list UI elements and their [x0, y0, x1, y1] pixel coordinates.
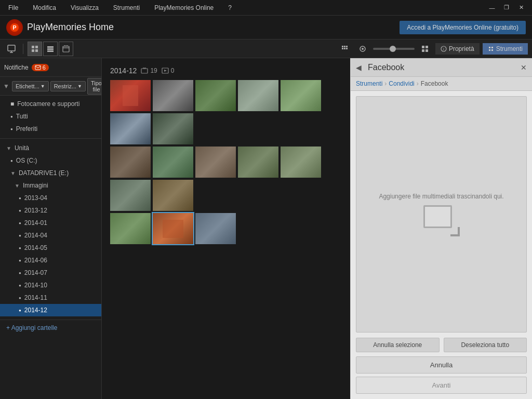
zoom-slider[interactable]: [373, 48, 415, 50]
photo-row: [110, 80, 342, 144]
photo-thumb[interactable]: [153, 213, 193, 244]
sidebar-item-2013-12[interactable]: ● 2013-12: [0, 204, 101, 217]
facebook-drop-area[interactable]: Aggiungere file multimediali trascinando…: [356, 96, 527, 332]
close-button[interactable]: ✕: [514, 3, 528, 13]
sidebar-item-favorites[interactable]: ● Preferiti: [0, 123, 101, 135]
sidebar-item-cameras[interactable]: ■ Fotocamere e supporti: [0, 98, 101, 110]
menu-visualizza[interactable]: Visualizza: [66, 2, 103, 14]
sidebar-item-osc[interactable]: ● OS (C:): [0, 154, 101, 167]
back-button[interactable]: ◀: [356, 63, 362, 72]
svg-rect-7: [32, 49, 34, 52]
photo-thumb[interactable]: [238, 147, 278, 178]
sidebar-item-label: 2014-11: [24, 294, 47, 301]
photo-thumb[interactable]: [153, 180, 193, 211]
photo-thumb[interactable]: [195, 80, 236, 111]
notifications-bar: Notifiche 6: [0, 58, 101, 77]
label-filter-button[interactable]: Etichett...▼: [12, 81, 49, 91]
grid-large-icon: [418, 42, 432, 56]
photo-thumb[interactable]: [110, 213, 151, 244]
grid-view-button[interactable]: [28, 42, 42, 56]
sidebar-item-all[interactable]: ● Tutti: [0, 110, 101, 123]
deselect-all-button[interactable]: Deseleziona tutto: [444, 338, 527, 352]
bullet-icon: ●: [19, 208, 21, 213]
photo-thumb[interactable]: [110, 113, 151, 144]
drop-icon: [423, 205, 460, 236]
sidebar-item-label: 2014-12: [24, 307, 47, 314]
svg-rect-26: [422, 49, 424, 52]
photo-thumb[interactable]: [110, 180, 151, 211]
sidebar-item-datadrive[interactable]: ▼ DATADRIVE1 (E:): [0, 167, 101, 179]
photo-thumb[interactable]: [110, 147, 151, 178]
all-filter-icon[interactable]: ▼: [2, 83, 10, 90]
facebook-panel: ◀ Facebook ✕ Strumenti › Condividi › Fac…: [350, 58, 532, 399]
online-access-button[interactable]: Accedi a PlayMemories Online (gratuito): [400, 21, 526, 34]
sidebar-item-2014-12[interactable]: ● 2014-12: [0, 304, 101, 316]
svg-rect-35: [141, 69, 148, 73]
properties-button[interactable]: i Proprietà: [435, 43, 480, 55]
menu-modifica[interactable]: Modifica: [29, 2, 60, 14]
menu-file[interactable]: File: [4, 2, 22, 14]
bullet-icon: ●: [10, 127, 13, 131]
bullet-icon: ●: [10, 158, 13, 163]
photo-thumb[interactable]: [153, 113, 193, 144]
svg-marker-38: [164, 70, 167, 72]
filetype-filter-button[interactable]: Tipo file▼: [87, 78, 101, 95]
sidebar-item-label: 2014-04: [24, 232, 47, 239]
photo-thumb[interactable]: [153, 147, 193, 178]
notifications-badge: 6: [32, 64, 49, 71]
sidebar-item-2014-10[interactable]: ● 2014-10: [0, 279, 101, 291]
cancel-button[interactable]: Annulla: [356, 356, 527, 374]
sidebar-item-label: 2014-05: [24, 244, 47, 251]
sidebar-item-2013-04[interactable]: ● 2013-04: [0, 192, 101, 204]
tools-button[interactable]: Strumenti: [483, 43, 528, 55]
photo-row: [110, 213, 342, 244]
sidebar-item-2014-11[interactable]: ● 2014-11: [0, 291, 101, 304]
photo-thumb[interactable]: [195, 147, 236, 178]
expand-icon: ▼: [15, 183, 20, 189]
add-folders-button[interactable]: + Aggiungi cartelle: [0, 321, 101, 335]
notifications-label: Notifiche: [4, 64, 29, 71]
photo-thumb[interactable]: [110, 80, 151, 111]
bullet-icon: ●: [19, 271, 21, 275]
photo-thumb[interactable]: [153, 80, 193, 111]
next-button[interactable]: Avanti: [356, 377, 527, 394]
svg-rect-19: [342, 48, 343, 49]
sidebar-item-label: Immagini: [23, 182, 48, 189]
sidebar-item-2014-07[interactable]: ● 2014-07: [0, 267, 101, 279]
menu-strumenti[interactable]: Strumenti: [109, 2, 144, 14]
svg-rect-24: [422, 46, 424, 48]
toolbar: i Proprietà Strumenti: [0, 39, 532, 58]
breadcrumb-tools[interactable]: Strumenti: [356, 80, 382, 87]
breadcrumb-share[interactable]: Condividi: [389, 80, 414, 87]
photo-thumb[interactable]: [281, 80, 321, 111]
sidebar-item-units[interactable]: ▼ Unità: [0, 142, 101, 154]
svg-rect-16: [342, 46, 343, 47]
restrict-filter-button[interactable]: Restriz...▼: [50, 81, 86, 91]
photo-thumb[interactable]: [281, 147, 321, 178]
calendar-view-button[interactable]: [59, 42, 73, 56]
list-view-button[interactable]: [43, 42, 58, 56]
photo-thumb[interactable]: [195, 213, 236, 244]
minimize-button[interactable]: —: [485, 3, 499, 13]
svg-rect-25: [425, 46, 428, 48]
photo-content: 2014-12 19 0: [102, 58, 350, 399]
facebook-main-buttons: Annulla Avanti: [351, 356, 532, 399]
month-header: 2014-12 19 0: [110, 66, 342, 75]
svg-point-23: [362, 48, 364, 50]
svg-rect-34: [35, 65, 41, 70]
sidebar-item-images[interactable]: ▼ Immagini: [0, 179, 101, 192]
app-header: P PlayMemories Home Accedi a PlayMemorie…: [0, 16, 532, 39]
maximize-button[interactable]: ❐: [500, 3, 513, 13]
sidebar-item-2014-01[interactable]: ● 2014-01: [0, 217, 101, 229]
menu-playmemories[interactable]: PlayMemories Online: [150, 2, 218, 14]
grid-size-icon: [338, 42, 352, 56]
zoom-circle-icon: [355, 42, 370, 56]
close-panel-button[interactable]: ✕: [521, 63, 527, 72]
sidebar-item-2014-06[interactable]: ● 2014-06: [0, 254, 101, 267]
cancel-selection-button[interactable]: Annulla selezione: [356, 338, 440, 352]
sidebar-item-2014-04[interactable]: ● 2014-04: [0, 229, 101, 242]
photo-thumb[interactable]: [238, 80, 278, 111]
menu-help[interactable]: ?: [224, 2, 236, 14]
sidebar-item-2014-05[interactable]: ● 2014-05: [0, 242, 101, 254]
screen-icon[interactable]: [4, 42, 19, 56]
